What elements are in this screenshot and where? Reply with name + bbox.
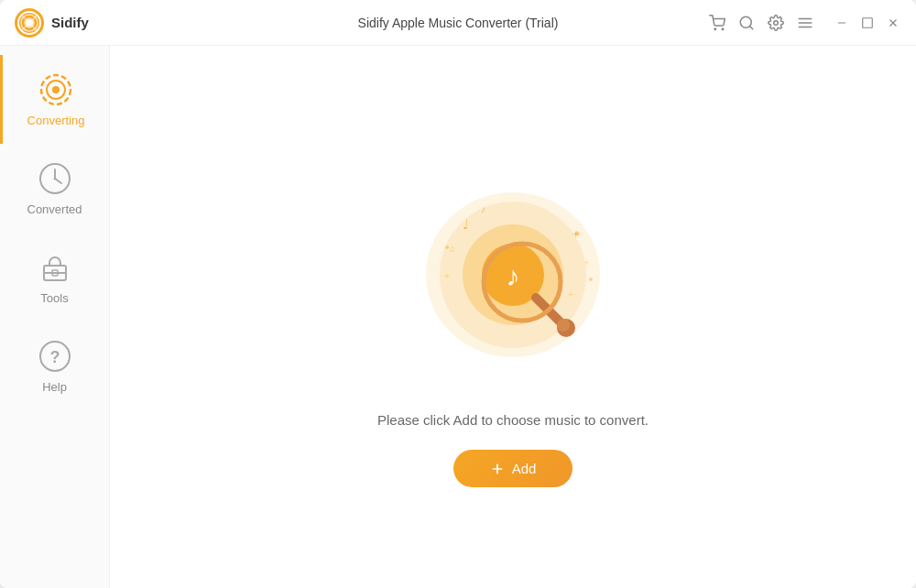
- svg-point-47: [445, 245, 449, 249]
- tools-icon: [37, 249, 73, 286]
- svg-text:+: +: [568, 289, 573, 299]
- cart-icon[interactable]: [709, 15, 725, 31]
- svg-text:♪: ♪: [507, 261, 520, 291]
- app-container: Sidify Sidify Apple Music Converter (Tri…: [0, 0, 916, 588]
- search-icon[interactable]: [738, 15, 755, 31]
- svg-point-5: [27, 21, 31, 25]
- svg-rect-15: [863, 17, 873, 27]
- add-button[interactable]: Add: [453, 450, 573, 487]
- prompt-text: Please click Add to choose music to conv…: [377, 412, 649, 428]
- app-logo-icon: [15, 8, 44, 38]
- tools-label: Tools: [40, 291, 68, 305]
- svg-point-10: [774, 20, 779, 25]
- window-controls: [834, 15, 901, 31]
- converted-label: Converted: [27, 202, 82, 216]
- svg-text:♩: ♩: [463, 217, 469, 232]
- svg-line-9: [749, 26, 752, 28]
- sidebar-item-help[interactable]: ? Help: [0, 321, 109, 410]
- content-area: ♪ ♩ ♪ ♫ + + + +: [110, 46, 916, 588]
- svg-point-6: [714, 28, 716, 30]
- minimize-button[interactable]: [834, 15, 850, 31]
- menu-icon[interactable]: [797, 15, 813, 31]
- sidebar: Converting Converted: [0, 46, 110, 588]
- maximize-button[interactable]: [859, 15, 876, 31]
- svg-text:?: ?: [49, 348, 60, 366]
- help-label: Help: [42, 380, 67, 394]
- svg-point-46: [575, 232, 580, 236]
- sidebar-item-converted[interactable]: Converted: [0, 144, 109, 233]
- settings-icon[interactable]: [768, 15, 784, 31]
- sidebar-item-tools[interactable]: Tools: [0, 233, 109, 321]
- close-button[interactable]: [885, 15, 901, 31]
- svg-point-38: [557, 319, 570, 332]
- app-title: Sidify Apple Music Converter (Trial): [125, 16, 791, 30]
- sidebar-item-converting[interactable]: Converting: [0, 55, 109, 144]
- logo-area: Sidify: [15, 8, 125, 38]
- converting-label: Converting: [27, 114, 85, 127]
- help-icon: ?: [37, 338, 73, 375]
- add-button-label: Add: [512, 461, 537, 476]
- title-bar: Sidify Sidify Apple Music Converter (Tri…: [0, 0, 916, 46]
- svg-text:♪: ♪: [481, 203, 486, 214]
- main-layout: Converting Converted: [0, 46, 916, 588]
- logo-text: Sidify: [51, 15, 89, 30]
- svg-text:+: +: [444, 271, 450, 281]
- title-bar-actions: [791, 15, 901, 31]
- svg-point-48: [589, 278, 593, 281]
- converting-icon: [38, 71, 74, 108]
- svg-point-7: [722, 28, 724, 30]
- converted-icon: [37, 160, 73, 197]
- svg-text:♫: ♫: [449, 245, 455, 254]
- svg-point-24: [53, 178, 56, 180]
- illustration: ♪ ♩ ♪ ♫ + + + +: [394, 147, 632, 385]
- svg-text:+: +: [584, 258, 589, 267]
- svg-point-20: [52, 86, 60, 93]
